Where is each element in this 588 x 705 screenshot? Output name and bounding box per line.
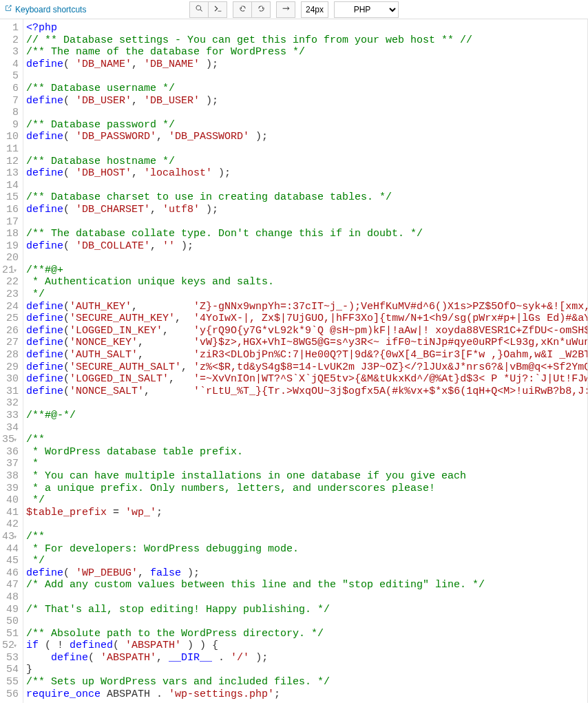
line-number: 21▾ xyxy=(0,264,19,277)
code-line xyxy=(26,397,587,410)
line-number: 15 xyxy=(0,191,19,204)
editor-toolbar: Keyboard shortcuts xyxy=(0,0,588,19)
line-number: 44 xyxy=(0,543,19,556)
console-icon xyxy=(213,4,222,15)
code-line: // ** Database settings - You can get th… xyxy=(26,34,587,47)
line-number: 9 xyxy=(0,119,19,131)
undo-icon xyxy=(238,4,247,15)
search-button[interactable] xyxy=(189,1,209,18)
code-line xyxy=(26,422,587,434)
code-line: * xyxy=(26,458,587,470)
code-line: * a unique prefix. Only numbers, letters… xyxy=(26,483,587,495)
code-line: /** The name of the database for WordPre… xyxy=(26,46,587,59)
code-line: define( 'DB_CHARSET', 'utf8' ); xyxy=(26,204,587,216)
code-line: /**#@-*/ xyxy=(26,410,587,422)
code-line: define('LOGGED_IN_SALT', '=~XvVnIOn|WT?^… xyxy=(26,373,587,386)
line-number: 35▾ xyxy=(0,434,19,446)
wrap-icon xyxy=(282,4,291,15)
code-line: /** The database collate type. Don't cha… xyxy=(26,228,587,240)
language-select[interactable]: PHP xyxy=(334,1,399,18)
code-line xyxy=(26,143,587,156)
font-size-input[interactable] xyxy=(301,1,328,18)
code-line: require_once ABSPATH . 'wp-settings.php'… xyxy=(26,688,587,701)
code-line xyxy=(26,180,587,192)
line-number: 16 xyxy=(0,204,19,216)
code-line: /** Database hostname */ xyxy=(26,156,587,168)
code-line: * You can have multiple installations in… xyxy=(26,470,587,483)
line-number: 32 xyxy=(0,397,19,410)
code-line: define( 'ABSPATH', __DIR__ . '/' ); xyxy=(26,652,587,664)
wrap-button[interactable] xyxy=(276,1,295,18)
line-number: 45 xyxy=(0,555,19,567)
code-line: * For developers: WordPress debugging mo… xyxy=(26,543,587,556)
code-line xyxy=(26,107,587,119)
line-number: 43▾ xyxy=(0,531,19,543)
line-number-gutter: 123456789101112131415161718192021▾222324… xyxy=(0,19,23,703)
line-number: 38 xyxy=(0,470,19,483)
undo-button[interactable] xyxy=(233,1,252,18)
keyboard-shortcuts-label: Keyboard shortcuts xyxy=(15,5,86,14)
line-number: 48 xyxy=(0,591,19,604)
line-number: 23 xyxy=(0,288,19,301)
code-line: /** xyxy=(26,531,587,543)
line-number: 14 xyxy=(0,180,19,192)
code-line: * WordPress database table prefix. xyxy=(26,446,587,459)
code-line xyxy=(26,70,587,83)
console-button[interactable] xyxy=(208,1,227,18)
code-line: define('SECURE_AUTH_SALT', 'z%<$R,td&yS4… xyxy=(26,361,587,374)
line-number: 41 xyxy=(0,507,19,519)
line-number: 42 xyxy=(0,518,19,531)
code-line: if ( ! defined( 'ABSPATH' ) ) { xyxy=(26,640,587,652)
line-number: 39 xyxy=(0,483,19,495)
line-number: 12 xyxy=(0,156,19,168)
line-number: 20 xyxy=(0,252,19,264)
line-number: 3 xyxy=(0,46,19,59)
line-number: 13 xyxy=(0,167,19,180)
code-line: * Authentication unique keys and salts. xyxy=(26,276,587,288)
line-number: 49 xyxy=(0,604,19,616)
line-number: 33 xyxy=(0,410,19,422)
code-editor[interactable]: 123456789101112131415161718192021▾222324… xyxy=(0,19,588,703)
code-line: /** Sets up WordPress vars and included … xyxy=(26,676,587,688)
code-line: define( 'WP_DEBUG', false ); xyxy=(26,567,587,580)
code-line: define( 'DB_USER', 'DB_USER' ); xyxy=(26,95,587,107)
line-number: 53 xyxy=(0,652,19,664)
code-line xyxy=(26,591,587,604)
line-number: 26 xyxy=(0,325,19,337)
external-link-icon xyxy=(4,4,12,14)
keyboard-shortcuts-link[interactable]: Keyboard shortcuts xyxy=(0,4,90,14)
code-line: define( 'DB_PASSWORD', 'DB_PASSWORD' ); xyxy=(26,131,587,143)
line-number: 51 xyxy=(0,628,19,640)
line-number: 31 xyxy=(0,386,19,398)
redo-button[interactable] xyxy=(251,1,271,18)
line-number: 37 xyxy=(0,458,19,470)
code-line: } xyxy=(26,664,587,676)
line-number: 30 xyxy=(0,373,19,386)
code-line xyxy=(26,615,587,628)
line-number: 54 xyxy=(0,664,19,676)
code-line: /**#@+ xyxy=(26,264,587,277)
line-number: 5 xyxy=(0,70,19,83)
line-number: 50 xyxy=(0,615,19,628)
code-line xyxy=(26,518,587,531)
code-line: define('AUTH_KEY', 'Z}-gNNx9wnpYh=:37cIT… xyxy=(26,301,587,313)
redo-icon xyxy=(257,4,266,15)
line-number: 17 xyxy=(0,216,19,229)
code-line: /** Database charset to use in creating … xyxy=(26,191,587,204)
code-line: define('NONCE_SALT', '`rLtU_%T_}{Tr.>Wxq… xyxy=(26,386,587,398)
line-number: 4 xyxy=(0,59,19,71)
code-line: /** Database password */ xyxy=(26,119,587,131)
code-line: $table_prefix = 'wp_'; xyxy=(26,507,587,519)
code-line: define('AUTH_SALT', 'ziR3<DLObjPn%C:7|He… xyxy=(26,349,587,361)
code-line xyxy=(26,216,587,229)
code-content[interactable]: <?php// ** Database settings - You can g… xyxy=(23,19,588,703)
line-number: 8 xyxy=(0,107,19,119)
code-line: /* That's all, stop editing! Happy publi… xyxy=(26,604,587,616)
line-number: 28 xyxy=(0,349,19,361)
line-number: 46 xyxy=(0,567,19,580)
code-line: define('NONCE_KEY', 'vW}$z>,HGX+VhI~8WG5… xyxy=(26,337,587,349)
line-number: 56 xyxy=(0,688,19,701)
line-number: 7 xyxy=(0,95,19,107)
line-number: 22 xyxy=(0,276,19,288)
line-number: 10 xyxy=(0,131,19,143)
